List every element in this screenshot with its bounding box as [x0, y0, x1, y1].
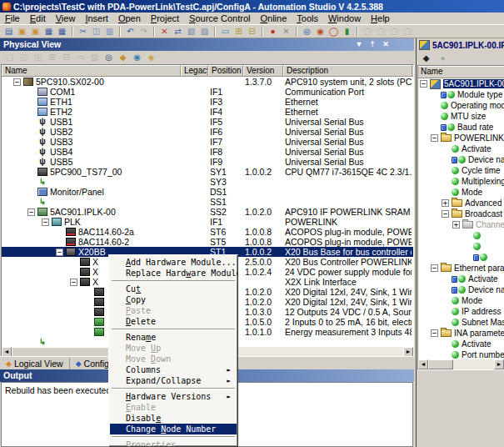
trace-window-icon[interactable]: ⊟ [246, 26, 258, 38]
collapse-toggle[interactable]: − [70, 279, 77, 286]
config-row-cycle-time[interactable]: Cycle time [418, 165, 504, 176]
config-row-mtu-size[interactable]: MTU size [418, 111, 504, 122]
tree-row-usb4[interactable]: ψUSB4IF8Universal Serial Bus [2, 147, 413, 157]
menu-open[interactable]: Open [113, 13, 146, 24]
menu-edit[interactable]: Edit [25, 13, 51, 24]
config-row-ip-address[interactable]: IP address [418, 306, 504, 317]
context-menu-item-change-node-number[interactable]: Change Node Number [110, 424, 237, 434]
power-icon[interactable]: ◯ [327, 26, 340, 38]
tree-row-eth2[interactable]: ETH2IF4Ethernet [2, 107, 413, 117]
globe-icon[interactable]: ◉ [131, 52, 143, 63]
window-menu-icon[interactable]: ▼ [354, 38, 364, 51]
config-row-mode[interactable]: Mode [418, 187, 504, 198]
context-menu-item-replace-hardware-module[interactable]: Replace Hardware Module... [110, 268, 237, 279]
config-row-activate[interactable]: Activate [418, 339, 504, 349]
monitor-mode-icon[interactable]: ▭ [219, 26, 232, 38]
expand-all-icon[interactable]: ⊞ [46, 52, 58, 63]
find-icon[interactable]: ◎ [301, 26, 313, 38]
config-row-advanced[interactable]: +Advanced [418, 198, 504, 208]
config-row-mode[interactable]: Mode [418, 295, 504, 306]
watch-window-icon[interactable]: ⊞ [232, 26, 245, 38]
context-menu-item-disable[interactable]: Disable [110, 413, 237, 424]
inactive-icon-1[interactable]: ▢ [362, 26, 374, 38]
collapse-toggle[interactable]: − [42, 218, 49, 226]
tree-row-usb1[interactable]: ψUSB1IF5Universal Serial Bus [2, 117, 413, 127]
context-menu-item-cut[interactable]: Cut [110, 284, 237, 294]
inactive-icon-3[interactable]: ▢ [388, 26, 401, 38]
tree-row-eth1[interactable]: ETH1IF3Ethernet [2, 97, 413, 107]
tree-row-slot[interactable]: ↳SS1 [2, 197, 413, 207]
menu-project[interactable]: Project [146, 13, 184, 24]
collapse-toggle[interactable]: − [431, 329, 438, 337]
compass-icon[interactable]: ◈ [145, 52, 157, 63]
configuration-hscrollbar[interactable]: ◄ ► [418, 359, 504, 369]
collapse-toggle[interactable]: − [431, 264, 438, 272]
config-row-ethernet-parameters[interactable]: −Ethernet parameters [418, 263, 504, 274]
expand-toggle[interactable]: + [452, 221, 460, 229]
close-icon[interactable]: ✕ [381, 38, 391, 51]
cut-icon[interactable]: ✂ [77, 26, 89, 38]
menu-window[interactable]: Window [323, 13, 366, 24]
config-row-device-name[interactable]: Device name [418, 154, 504, 165]
collapse-toggle[interactable]: − [13, 78, 21, 86]
config-row-broadcast[interactable]: −Broadcast [418, 208, 504, 219]
open-folder-icon[interactable]: ▣ [16, 26, 28, 38]
delete-icon[interactable]: ✕ [158, 26, 171, 38]
config-row-activate[interactable]: Activate [418, 274, 504, 284]
config-row-channel[interactable]: +Channel [418, 219, 504, 230]
status-dot-icon[interactable]: ● [437, 53, 449, 64]
tree-row-slot[interactable]: ↳SY3 [2, 177, 413, 187]
inactive-icon-2[interactable]: ▢ [375, 26, 387, 38]
menu-help[interactable]: Help [366, 13, 395, 24]
open-project-icon[interactable]: ▣ [29, 26, 42, 38]
tree-row-5ac901-iplk-00[interactable]: −5AC901.IPLK-00SS21.0.2.0APC910 IF POWER… [2, 207, 413, 217]
tab-logical-view[interactable]: ◆Logical View [0, 358, 70, 370]
dock-icon[interactable]: ▢ [3, 52, 16, 63]
tree-row-8ac114-60-2[interactable]: 8AC114.60-2ST51.0.0.8ACOPOS plug-in modu… [2, 237, 413, 247]
collapse-toggle[interactable]: − [56, 249, 63, 256]
compile-icon[interactable]: ▧ [185, 26, 197, 38]
context-menu-item-hardware-versions[interactable]: Hardware Versions► [110, 391, 237, 402]
menu-tools[interactable]: Tools [292, 13, 323, 24]
context-menu-item-delete[interactable]: Delete [110, 316, 237, 327]
scroll-left-button[interactable]: ◄ [418, 359, 428, 369]
paste-icon[interactable]: ▥ [103, 26, 116, 38]
config-row-operating-mode[interactable]: Operating mode [418, 100, 504, 111]
config-row-module-type[interactable]: Module type [418, 89, 504, 100]
tree-row-usb5[interactable]: ψUSB5IF9Universal Serial Bus [2, 157, 413, 167]
clear-icon[interactable]: ✕ [280, 26, 292, 38]
context-menu-item-expand-collapse[interactable]: Expand/Collapse► [110, 375, 237, 386]
search-icon[interactable]: ◎ [102, 52, 115, 63]
filter-icon[interactable]: ▭ [74, 52, 87, 63]
tree-row-plk[interactable]: −PLKIF1POWERLINK [2, 217, 413, 227]
paint-icon[interactable]: ◆ [117, 52, 129, 63]
config-row-powerlink[interactable]: −POWERLINK [418, 133, 504, 143]
context-menu-item-add-hardware-module[interactable]: Add Hardware Module... [110, 257, 237, 268]
breakpoint-icon[interactable]: ● [267, 26, 279, 38]
save-all-icon[interactable]: ▦ [56, 26, 68, 38]
context-menu-item-columns[interactable]: Columns► [110, 364, 237, 375]
configuration-panel-tab[interactable]: 5AC901.IPLK-00.IF1 [Co [417, 38, 504, 52]
context-menu-item-copy[interactable]: Copy [110, 294, 237, 305]
collapse-toggle[interactable]: − [442, 210, 449, 218]
copy-icon[interactable]: ◫ [90, 26, 102, 38]
tree-row-monitor-panel[interactable]: Monitor/PanelDS1 [2, 187, 413, 197]
collapse-toggle[interactable]: − [420, 80, 427, 88]
config-row-parameter[interactable] [418, 241, 504, 252]
context-menu-item-rename[interactable]: Rename [110, 332, 237, 343]
new-object-icon[interactable]: ▤ [2, 26, 15, 38]
config-row-multiplexing[interactable]: Multiplexing [418, 176, 504, 187]
redo-icon[interactable]: ↷ [137, 26, 150, 38]
menu-online[interactable]: Online [255, 13, 292, 24]
tree-row-5pc900-ts77-00[interactable]: 5PC900_TS77_00SY11.0.0.2CPU QM77 i7-3615… [2, 167, 413, 177]
transfer-icon[interactable]: ⇄ [172, 26, 184, 38]
collapse-toggle[interactable]: − [27, 208, 35, 216]
config-row-device-name[interactable]: Device name [418, 284, 504, 295]
tree-row-usb3[interactable]: ψUSB3IF7Universal Serial Bus [2, 137, 413, 147]
expand-toggle[interactable]: + [442, 199, 449, 207]
undo-icon[interactable]: ↶ [124, 26, 137, 38]
config-row-parameter[interactable] [418, 252, 504, 263]
menu-file[interactable]: File [0, 13, 25, 24]
config-row-5ac901-iplk-00-if1[interactable]: −5AC901.IPLK-00.IF1 [418, 78, 504, 89]
config-row-activate[interactable]: Activate [418, 143, 504, 154]
